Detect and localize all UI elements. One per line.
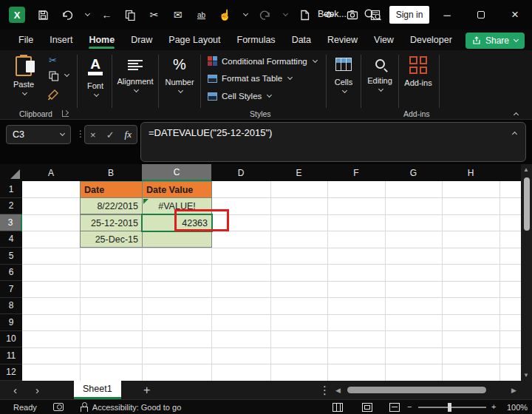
select-all-corner[interactable] — [0, 164, 22, 181]
horizontal-scrollbar-thumb[interactable] — [347, 387, 486, 393]
cell-c1[interactable]: Date Value — [142, 181, 212, 198]
minimize-button[interactable]: ─ — [430, 0, 464, 30]
row-header-12[interactable]: 12 — [0, 364, 22, 381]
tab-insert[interactable]: Insert — [41, 30, 81, 50]
worksheet-grid[interactable]: A B C D E F G H 1 2 3 4 5 6 7 8 9 10 11 … — [0, 164, 532, 381]
column-header-b[interactable]: B — [80, 164, 142, 181]
cut-icon[interactable]: ✂ — [148, 9, 160, 21]
collapse-ribbon-icon[interactable] — [514, 112, 519, 118]
replace-icon[interactable]: ab — [195, 11, 208, 19]
cell-b1[interactable]: Date — [80, 181, 143, 198]
ribbon-copy-icon[interactable] — [49, 71, 59, 81]
excel-logo-icon[interactable]: X — [9, 7, 25, 23]
row-header-9[interactable]: 9 — [0, 314, 22, 331]
zoom-in-icon[interactable]: + — [491, 402, 496, 411]
tab-draw[interactable]: Draw — [123, 30, 160, 50]
save-icon[interactable] — [37, 10, 50, 21]
normal-view-icon[interactable] — [332, 403, 343, 412]
column-header-c[interactable]: C — [142, 164, 211, 181]
row-header-8[interactable]: 8 — [0, 298, 22, 315]
column-header-h[interactable]: H — [442, 164, 499, 181]
scroll-down-icon[interactable]: ▼ — [523, 372, 529, 379]
ribbon-cut-icon[interactable]: ✂ — [49, 55, 57, 67]
row-header-1[interactable]: 1 — [0, 181, 22, 198]
cell-c2[interactable]: #VALUE! — [142, 197, 212, 214]
row-header-2[interactable]: 2 — [0, 198, 22, 215]
sheet-tab-sheet1[interactable]: Sheet1 — [74, 381, 121, 399]
conditional-formatting-button[interactable]: Conditional Formatting — [208, 56, 317, 66]
collapse-formula-bar-icon[interactable] — [512, 132, 517, 137]
insert-function-icon[interactable]: fx — [125, 129, 132, 140]
cell-c3-selected[interactable]: 42363 — [142, 214, 212, 231]
email-icon[interactable]: ✉ — [171, 9, 184, 21]
tab-formulas[interactable]: Formulas — [229, 30, 284, 50]
touch-mode-dropdown-icon[interactable] — [243, 11, 248, 16]
column-header-e[interactable]: E — [270, 164, 327, 181]
enter-icon[interactable]: ✓ — [106, 129, 115, 140]
column-header-d[interactable]: D — [211, 164, 270, 181]
tab-bar-more-icon[interactable]: ⋮ — [319, 381, 330, 399]
new-sheet-icon[interactable]: + — [143, 381, 150, 399]
new-file-icon[interactable] — [299, 10, 311, 21]
tab-home[interactable]: Home — [81, 30, 123, 50]
format-painter-icon[interactable] — [47, 89, 60, 101]
row-header-6[interactable]: 6 — [0, 265, 22, 282]
page-break-view-icon[interactable] — [389, 403, 400, 412]
search-icon[interactable] — [364, 8, 376, 21]
row-header-7[interactable]: 7 — [0, 281, 22, 298]
tab-data[interactable]: Data — [284, 30, 319, 50]
zoom-out-icon[interactable]: − — [407, 402, 412, 411]
cell-styles-button[interactable]: Cell Styles — [208, 92, 271, 101]
touch-mode-icon[interactable]: ☝ — [219, 9, 231, 21]
format-as-table-button[interactable]: Format as Table — [208, 74, 292, 83]
column-header-g[interactable]: G — [385, 164, 442, 181]
sign-in-button[interactable]: Sign in — [389, 6, 429, 24]
tab-review[interactable]: Review — [319, 30, 366, 50]
cell-b4[interactable]: 25-Dec-15 — [80, 231, 143, 248]
scroll-up-icon[interactable]: ▲ — [523, 166, 529, 173]
accessibility-status[interactable]: Accessibility: Good to go — [92, 403, 181, 412]
editing-group-button[interactable]: Editing — [362, 58, 398, 91]
cancel-icon[interactable]: × — [90, 129, 96, 140]
column-header-f[interactable]: F — [327, 164, 385, 181]
row-header-11[interactable]: 11 — [0, 347, 22, 364]
name-box[interactable]: C3 — [6, 125, 71, 144]
paste-button[interactable]: Paste — [13, 56, 34, 95]
tab-page-layout[interactable]: Page Layout — [160, 30, 228, 50]
undo-dropdown-icon[interactable] — [85, 11, 90, 16]
undo-icon[interactable] — [61, 10, 73, 21]
formula-input[interactable]: =DATEVALUE("25-12-2015") — [140, 122, 526, 162]
cell-b2[interactable]: 8/22/2015 — [80, 197, 143, 214]
share-button[interactable]: Share — [466, 33, 525, 49]
hscroll-left-icon[interactable]: ◀ — [335, 381, 341, 399]
zoom-slider-thumb[interactable] — [448, 403, 451, 412]
cell-c4[interactable] — [142, 231, 212, 248]
font-group-button[interactable]: A Font — [80, 58, 111, 96]
number-group-button[interactable]: % Number — [160, 56, 200, 92]
camera-icon[interactable] — [346, 10, 358, 20]
alignment-group-button[interactable]: Alignment — [113, 60, 157, 92]
tab-file[interactable]: File — [10, 30, 41, 50]
horizontal-scrollbar[interactable] — [346, 387, 507, 393]
column-header-a[interactable]: A — [22, 164, 80, 181]
macro-record-icon[interactable] — [53, 403, 64, 411]
cells-group-button[interactable]: Cells — [328, 58, 359, 92]
page-layout-view-icon[interactable] — [362, 403, 372, 412]
tab-view[interactable]: View — [366, 30, 402, 50]
row-header-10[interactable]: 10 — [0, 331, 22, 348]
vertical-scrollbar[interactable]: ▲ ▼ — [521, 164, 532, 381]
sheet-nav-prev-icon[interactable]: ‹ — [13, 381, 17, 399]
sheet-nav-next-icon[interactable]: › — [35, 381, 39, 399]
row-header-5[interactable]: 5 — [0, 248, 22, 265]
hscroll-right-icon[interactable]: ▶ — [511, 381, 516, 399]
column-header-partial[interactable] — [499, 164, 521, 181]
zoom-slider[interactable] — [418, 407, 486, 408]
tab-developer[interactable]: Developer — [402, 30, 460, 50]
copy-icon[interactable] — [124, 10, 137, 21]
clipboard-dialog-launcher[interactable] — [62, 110, 69, 117]
vertical-scrollbar-thumb[interactable] — [524, 177, 530, 231]
row-header-3[interactable]: 3 — [0, 214, 22, 231]
row-header-4[interactable]: 4 — [0, 231, 22, 248]
close-button[interactable]: × — [498, 0, 532, 30]
maximize-button[interactable] — [464, 0, 498, 30]
